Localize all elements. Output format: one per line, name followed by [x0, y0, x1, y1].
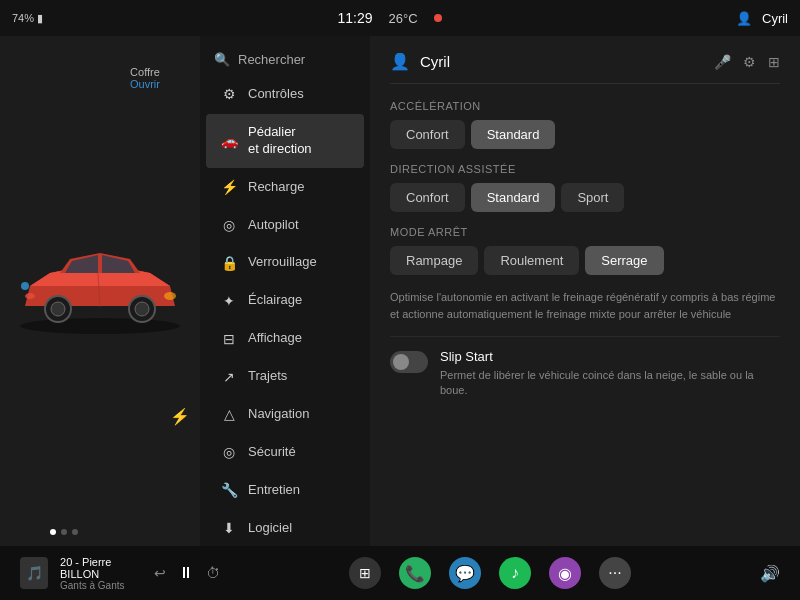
sidebar-item-label-navigation: Navigation	[248, 406, 309, 423]
taskbar-circle-icon[interactable]: ◉	[549, 557, 581, 589]
svg-point-4	[135, 302, 149, 316]
page-dot-3	[72, 529, 78, 535]
slip-start-row: Slip Start Permet de libérer le véhicule…	[390, 336, 780, 399]
taskbar-nav-icon[interactable]: ⊞	[349, 557, 381, 589]
content-area: 👤 Cyril 🎤 ⚙ ⊞ Accélération Confort Stand…	[370, 36, 800, 546]
profile-header: 👤 Cyril 🎤 ⚙ ⊞	[390, 52, 780, 84]
taskbar-more-icon[interactable]: ···	[599, 557, 631, 589]
taskbar-phone-icon[interactable]: 📞	[399, 557, 431, 589]
stop-mode-section: Mode Arrêt Rampage Roulement Serrage Opt…	[390, 226, 780, 322]
sidebar: 🔍 Rechercher ⚙ Contrôles 🚗 Pédalieret di…	[200, 36, 370, 546]
search-label: Rechercher	[238, 52, 305, 67]
sidebar-item-lock[interactable]: 🔒 Verrouillage	[206, 244, 364, 281]
sidebar-item-trips[interactable]: ↗ Trajets	[206, 358, 364, 395]
page-dot-2	[61, 529, 67, 535]
sidebar-item-controls[interactable]: ⚙ Contrôles	[206, 76, 364, 113]
taskbar-message-icon[interactable]: 💬	[449, 557, 481, 589]
taskbar-right: 🔊	[760, 564, 780, 583]
battery-indicator: 74% ▮	[12, 12, 43, 25]
steering-standard-btn[interactable]: Standard	[471, 183, 556, 212]
steering-options: Confort Standard Sport	[390, 183, 780, 212]
taskbar-media: 🎵 20 - Pierre BILLON Gants à Gants ↩ ⏸ ⏱	[20, 556, 220, 591]
steering-label: Direction assistée	[390, 163, 780, 175]
sidebar-item-display[interactable]: ⊟ Affichage	[206, 320, 364, 357]
sidebar-item-label-security: Sécurité	[248, 444, 296, 461]
sidebar-item-label-controls: Contrôles	[248, 86, 304, 103]
software-icon: ⬇	[220, 520, 238, 536]
security-icon: ◎	[220, 444, 238, 460]
search-icon: 🔍	[214, 52, 230, 67]
sidebar-item-lighting[interactable]: ✦ Éclairage	[206, 282, 364, 319]
stop-mode-options: Rampage Roulement Serrage	[390, 246, 780, 275]
svg-point-7	[25, 293, 35, 299]
sidebar-item-label-recharge: Recharge	[248, 179, 304, 196]
slip-start-info: Slip Start Permet de libérer le véhicule…	[440, 349, 780, 399]
pause-icon[interactable]: ⏸	[178, 564, 194, 582]
acceleration-confort-btn[interactable]: Confort	[390, 120, 465, 149]
acceleration-label: Accélération	[390, 100, 780, 112]
song-artist: Gants à Gants	[60, 580, 142, 591]
timer-icon[interactable]: ⏱	[206, 565, 220, 581]
autopilot-icon: ◎	[220, 217, 238, 233]
settings-icon[interactable]: ⚙	[743, 54, 756, 70]
song-info: 20 - Pierre BILLON Gants à Gants	[60, 556, 142, 591]
svg-point-6	[164, 292, 176, 300]
album-art: 🎵	[20, 557, 48, 589]
mic-icon[interactable]: 🎤	[714, 54, 731, 70]
sidebar-item-pedals[interactable]: 🚗 Pédalieret direction	[206, 114, 364, 168]
taskbar-spotify-icon[interactable]: ♪	[499, 557, 531, 589]
navigation-icon: △	[220, 406, 238, 422]
svg-point-8	[21, 282, 29, 290]
pedals-icon: 🚗	[220, 133, 238, 149]
search-bar[interactable]: 🔍 Rechercher	[200, 44, 370, 75]
controls-icon: ⚙	[220, 86, 238, 102]
sidebar-item-label-lock: Verrouillage	[248, 254, 317, 271]
temp-display: 26°C	[389, 11, 418, 26]
status-center: 11:29 26°C	[43, 10, 736, 26]
profile-actions: 🎤 ⚙ ⊞	[714, 54, 780, 70]
replay-icon[interactable]: ↩	[154, 565, 166, 581]
status-bar: 74% ▮ 11:29 26°C 👤 Cyril	[0, 0, 800, 36]
page-dots	[50, 529, 78, 535]
coffre-action[interactable]: Ouvrir	[130, 78, 160, 90]
slip-start-toggle[interactable]	[390, 351, 428, 373]
time-display: 11:29	[337, 10, 372, 26]
slip-start-title: Slip Start	[440, 349, 780, 364]
sidebar-item-label-software: Logiciel	[248, 520, 292, 537]
sidebar-item-software[interactable]: ⬇ Logiciel	[206, 510, 364, 546]
maintenance-icon: 🔧	[220, 482, 238, 498]
main-panel: 🔍 Rechercher ⚙ Contrôles 🚗 Pédalieret di…	[200, 36, 800, 546]
car-view-panel: Coffre Ouvrir ⚡	[0, 36, 200, 546]
volume-icon[interactable]: 🔊	[760, 564, 780, 583]
recharge-icon: ⚡	[220, 179, 238, 195]
car-image	[0, 36, 200, 546]
steering-sport-btn[interactable]: Sport	[561, 183, 624, 212]
acceleration-standard-btn[interactable]: Standard	[471, 120, 556, 149]
profile-icon: 👤	[390, 52, 410, 71]
steering-confort-btn[interactable]: Confort	[390, 183, 465, 212]
sidebar-item-recharge[interactable]: ⚡ Recharge	[206, 169, 364, 206]
sidebar-item-navigation[interactable]: △ Navigation	[206, 396, 364, 433]
song-title: 20 - Pierre BILLON	[60, 556, 142, 580]
grid-icon[interactable]: ⊞	[768, 54, 780, 70]
sidebar-item-label-trips: Trajets	[248, 368, 287, 385]
sidebar-item-maintenance[interactable]: 🔧 Entretien	[206, 472, 364, 509]
stop-rampage-btn[interactable]: Rampage	[390, 246, 478, 275]
acceleration-section: Accélération Confort Standard	[390, 100, 780, 149]
stop-serrage-btn[interactable]: Serrage	[585, 246, 663, 275]
stop-roulement-btn[interactable]: Roulement	[484, 246, 579, 275]
coffre-label: Coffre	[130, 66, 160, 78]
coffre-container: Coffre Ouvrir	[130, 66, 160, 90]
lock-icon: 🔒	[220, 255, 238, 271]
toggle-knob	[393, 354, 409, 370]
status-left: 74% ▮	[12, 12, 43, 25]
sidebar-item-label-maintenance: Entretien	[248, 482, 300, 499]
taskbar: 🎵 20 - Pierre BILLON Gants à Gants ↩ ⏸ ⏱…	[0, 546, 800, 600]
sidebar-item-autopilot[interactable]: ◎ Autopilot	[206, 207, 364, 244]
sidebar-item-label-display: Affichage	[248, 330, 302, 347]
slip-start-desc: Permet de libérer le véhicule coincé dan…	[440, 368, 780, 399]
profile-name: Cyril	[420, 53, 450, 70]
sidebar-item-security[interactable]: ◎ Sécurité	[206, 434, 364, 471]
record-indicator	[434, 14, 442, 22]
playback-controls: ↩ ⏸ ⏱	[154, 564, 220, 582]
